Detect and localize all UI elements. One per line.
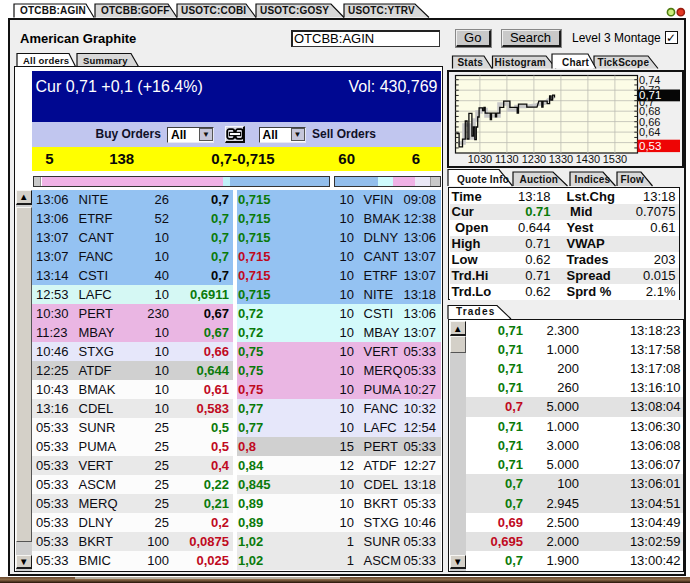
svg-text:USOTC:YTRV: USOTC:YTRV bbox=[348, 5, 415, 16]
svg-text:OTCBB:AGIN: OTCBB:AGIN bbox=[20, 5, 86, 16]
svg-text:All orders: All orders bbox=[23, 55, 69, 66]
svg-text:Quote Info: Quote Info bbox=[457, 174, 509, 185]
svg-text:1330: 1330 bbox=[549, 153, 573, 165]
svg-text:0,64: 0,64 bbox=[639, 126, 660, 138]
svg-text:USOTC:COBI: USOTC:COBI bbox=[181, 5, 246, 16]
svg-text:TickScope: TickScope bbox=[598, 57, 650, 68]
svg-text:Auction: Auction bbox=[520, 174, 559, 185]
svg-text:OTCBB:GOFF: OTCBB:GOFF bbox=[101, 5, 170, 16]
svg-text:Indices: Indices bbox=[575, 174, 611, 185]
svg-text:Flow: Flow bbox=[621, 174, 645, 185]
svg-text:Summary: Summary bbox=[83, 55, 128, 66]
svg-text:0,71: 0,71 bbox=[639, 89, 661, 101]
svg-text:Trades: Trades bbox=[456, 306, 495, 317]
svg-text:1430: 1430 bbox=[576, 153, 600, 165]
svg-text:1530: 1530 bbox=[603, 153, 627, 165]
svg-text:1130: 1130 bbox=[495, 153, 519, 165]
svg-text:Chart: Chart bbox=[562, 57, 590, 68]
svg-text:1030: 1030 bbox=[468, 153, 492, 165]
svg-text:0,53: 0,53 bbox=[639, 140, 661, 152]
svg-text:Histogram: Histogram bbox=[495, 57, 546, 68]
svg-text:1230: 1230 bbox=[522, 153, 546, 165]
svg-text:Stats: Stats bbox=[458, 57, 484, 68]
svg-text:USOTC:GOSY: USOTC:GOSY bbox=[260, 5, 329, 16]
